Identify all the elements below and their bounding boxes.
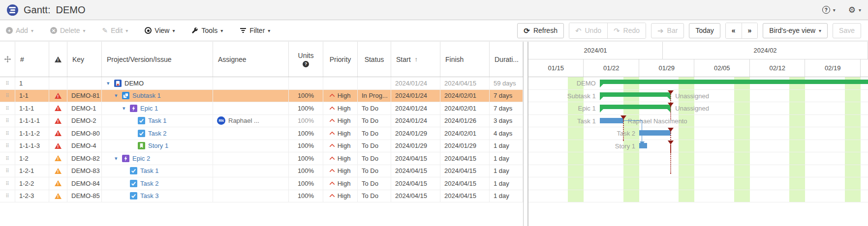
timeline-months: 2024/012024/02 [528,42,868,59]
column-header-key[interactable]: Key [67,42,102,77]
table-row[interactable]: ⠿ 1-2-2 DEMO-84 Task 2 100% High To Do 2… [0,177,523,190]
row-warning [49,165,67,177]
start-date: 2024/01/24 [391,115,440,127]
table-row[interactable]: ⠿ 1-2-1 DEMO-83 Task 1 100% High To Do 2… [0,165,523,178]
chart-row [528,177,868,190]
priority-high-icon [329,156,335,162]
table-row[interactable]: ⠿ 1-1 DEMO-81 ▾Subtask 1 100% High In Pr… [0,90,523,103]
dependency-arrow-icon [640,141,645,145]
table-row[interactable]: ⠿ 1-2-3 DEMO-85 Task 3 100% High To Do 2… [0,190,523,203]
issue-link[interactable]: Task 3 [140,192,159,199]
row-warning [49,77,67,89]
help-icon[interactable]: ? [303,61,309,67]
priority-high-icon [329,119,335,124]
finish-date: 2024/02/01 [440,102,490,114]
column-header-finish[interactable]: Finish [440,42,490,77]
start-date: 2024/04/15 [391,165,440,177]
column-header-warning[interactable] [49,42,67,77]
add-button[interactable]: + Add▾ [6,27,33,34]
timeline-weeks: 01/1501/2201/2902/0502/1202/19 [528,59,868,77]
bar-button[interactable]: ➔ Bar [651,23,684,38]
issue-cell: Task 2 [102,177,213,190]
priority-cell: High [323,165,358,177]
start-date: 2024/04/15 [391,152,440,165]
assignee-cell [213,165,289,177]
status-cell: In Prog... [358,90,391,102]
priority-cell [323,77,358,89]
drag-handle[interactable]: ⠿ [0,115,15,127]
table-row[interactable]: ⠿ 1-1-1-1 DEMO-2 Task 1 RNRaphael ... 10… [0,115,523,128]
issue-link[interactable]: Story 1 [148,142,168,149]
edit-button[interactable]: ✎ Edit▾ [102,27,128,34]
column-header-status[interactable]: Status [358,42,391,77]
expand-caret-icon[interactable]: ▾ [123,105,130,112]
expand-caret-icon[interactable]: ▾ [115,155,122,162]
column-header-units[interactable]: Units ? [289,42,323,77]
column-header-assignee[interactable]: Assignee [213,42,289,77]
assignee-cell [213,90,289,102]
save-button[interactable]: Save [833,23,861,38]
gantt-task-bar[interactable] [600,118,623,123]
deadline-marker-icon [668,103,674,107]
table-row[interactable]: ⠿ 1-2 DEMO-82 ▾Epic 2 100% High To Do 20… [0,152,523,165]
drag-handle[interactable]: ⠿ [0,165,15,177]
filter-button[interactable]: Filter▾ [240,27,270,34]
drag-handle[interactable]: ⠿ [0,152,15,165]
status-cell: To Do [358,127,391,140]
settings-caret-icon[interactable]: ▾ [859,7,861,13]
gear-icon[interactable]: ⚙ [848,6,856,14]
refresh-icon: ⟳ [524,27,530,34]
priority-cell: High [323,115,358,127]
gantt-summary-bar[interactable] [600,105,671,109]
assignee-cell [213,152,289,165]
issue-link[interactable]: Epic 1 [140,105,158,112]
drag-handle[interactable]: ⠿ [0,177,15,190]
start-date: 2024/04/15 [391,190,440,202]
drag-handle[interactable]: ⠿ [0,77,15,89]
redo-button[interactable]: ↷ Redo [607,23,646,38]
gantt-summary-bar[interactable] [600,92,671,97]
expand-caret-icon[interactable]: ▾ [115,92,122,99]
column-header-num[interactable]: # [15,42,49,77]
column-header-issue[interactable]: Project/Version/Issue [102,42,213,77]
gantt-task-bar[interactable] [639,130,671,136]
issue-link[interactable]: Task 1 [148,117,167,124]
column-header-start[interactable]: Start ↑ [391,42,440,77]
today-button[interactable]: Today [689,23,720,38]
drag-handle[interactable]: ⠿ [0,127,15,140]
duration-cell: 1 day [490,165,523,177]
issue-key: DEMO-4 [67,140,102,152]
undo-button[interactable]: ↶ Undo [569,23,607,38]
refresh-button[interactable]: ⟳ Refresh [517,23,564,38]
gantt-row-label: Task 2 [528,127,635,140]
grid-chart-splitter[interactable] [523,42,528,226]
expand-caret-icon[interactable]: ▾ [107,80,114,86]
drag-handle[interactable]: ⠿ [0,190,15,202]
zoom-mode-dropdown[interactable]: Bird's-eye view ▾ [763,23,828,38]
table-row[interactable]: ⠿ 1 ▾DEMO 2024/01/24 2024/04/15 59 days [0,77,523,90]
priority-label: High [338,142,351,149]
scroll-left-button[interactable]: « [726,23,742,38]
drag-handle[interactable]: ⠿ [0,102,15,114]
issue-link[interactable]: Task 1 [140,167,159,174]
table-row[interactable]: ⠿ 1-1-1-2 DEMO-80 Task 2 100% High To Do… [0,127,523,140]
drag-handle[interactable]: ⠿ [0,140,15,152]
column-header-duration[interactable]: Durati... [490,42,523,77]
table-row[interactable]: ⠿ 1-1-1-3 DEMO-4 Story 1 100% High To Do… [0,140,523,153]
issue-link[interactable]: Subtask 1 [132,92,161,99]
delete-button[interactable]: ✕ Delete▾ [50,27,86,34]
view-button[interactable]: View▾ [145,27,175,34]
issue-link[interactable]: Task 2 [148,130,167,137]
issue-link[interactable]: Task 2 [140,180,159,187]
gantt-summary-bar[interactable] [600,80,868,84]
table-row[interactable]: ⠿ 1-1-1 DEMO-1 ▾Epic 1 100% High To Do 2… [0,102,523,115]
tools-button[interactable]: Tools▾ [191,27,223,34]
issue-link[interactable]: Epic 2 [132,155,150,162]
warning-icon [55,56,62,62]
help-caret-icon[interactable]: ▾ [833,7,836,13]
priority-high-icon [329,106,335,112]
scroll-right-button[interactable]: » [742,23,758,38]
help-icon[interactable]: ? [822,6,830,14]
column-header-priority[interactable]: Priority [323,42,358,77]
drag-handle[interactable]: ⠿ [0,90,15,102]
